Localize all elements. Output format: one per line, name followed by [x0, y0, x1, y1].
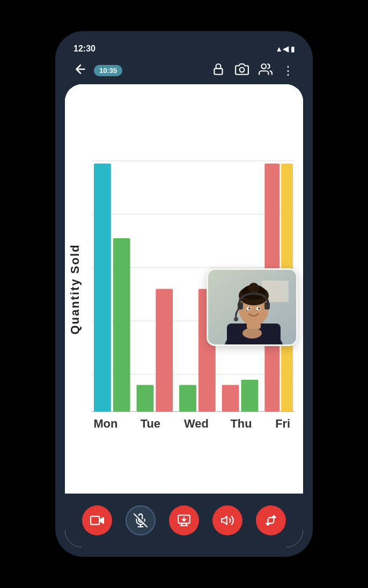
svg-rect-9	[94, 164, 111, 412]
svg-point-1	[240, 68, 245, 72]
svg-rect-11	[137, 385, 154, 412]
svg-text:Thu: Thu	[230, 417, 252, 430]
volume-icon	[220, 513, 234, 527]
video-camera-icon	[90, 513, 104, 527]
svg-rect-26	[270, 286, 281, 289]
svg-marker-50	[222, 516, 227, 524]
video-thumbnail	[207, 268, 298, 346]
camera-switch-button[interactable]	[256, 505, 286, 535]
status-bar: 12:30 ▲◀ ▮	[65, 41, 303, 59]
svg-rect-15	[222, 385, 239, 412]
phone-frame: 12:30 ▲◀ ▮ 10:35	[55, 31, 313, 557]
svg-rect-13	[179, 385, 196, 412]
svg-text:Fri: Fri	[275, 417, 290, 430]
phone-screen: Quantity Sold	[65, 84, 303, 547]
battery-icon: ▮	[291, 45, 295, 53]
svg-text:Mon: Mon	[93, 417, 117, 430]
svg-rect-0	[214, 69, 222, 75]
camera-icon[interactable]	[235, 62, 249, 79]
svg-rect-43	[91, 516, 99, 524]
video-button[interactable]	[82, 505, 112, 535]
person-video	[208, 270, 298, 346]
toolbar: 10:35 ⋮	[65, 59, 303, 84]
camera-switch-icon	[264, 513, 278, 527]
svg-rect-10	[113, 238, 130, 411]
status-time: 12:30	[73, 44, 95, 54]
y-axis-label: Quantity Sold	[68, 244, 82, 334]
svg-point-36	[248, 307, 251, 310]
svg-text:Tue: Tue	[141, 417, 160, 430]
svg-point-41	[242, 328, 262, 339]
svg-rect-39	[264, 302, 270, 310]
volume-button[interactable]	[212, 505, 242, 535]
svg-rect-12	[156, 289, 173, 412]
session-time-badge: 10:35	[94, 65, 122, 76]
status-icons: ▲◀ ▮	[275, 45, 295, 53]
back-icon	[73, 62, 87, 76]
svg-point-33	[248, 283, 259, 293]
screen-share-icon	[177, 513, 191, 527]
toolbar-icons: ⋮	[211, 62, 295, 79]
lock-icon[interactable]	[211, 62, 225, 79]
svg-text:Wed: Wed	[184, 417, 209, 430]
mute-button[interactable]	[126, 505, 156, 535]
chart-area: Quantity Sold	[65, 84, 303, 494]
bottom-bar	[65, 494, 303, 547]
svg-point-40	[234, 317, 238, 321]
svg-point-2	[261, 64, 266, 69]
back-button[interactable]	[73, 62, 87, 79]
svg-point-37	[258, 307, 260, 310]
signal-icon: ▲◀	[275, 45, 289, 53]
share-button[interactable]	[169, 505, 199, 535]
svg-rect-16	[241, 380, 259, 412]
svg-marker-42	[100, 518, 104, 524]
people-icon[interactable]	[259, 62, 273, 79]
more-icon[interactable]: ⋮	[282, 64, 295, 78]
microphone-off-icon	[134, 513, 148, 527]
